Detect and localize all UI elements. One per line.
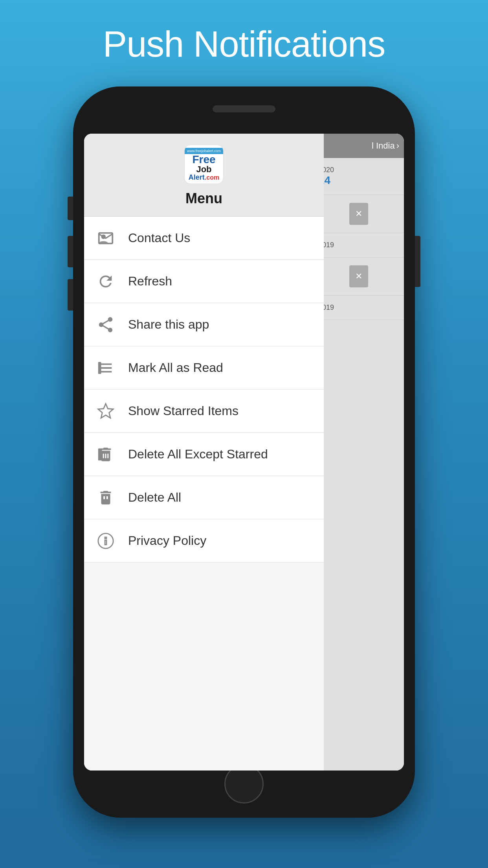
menu-item-show-starred[interactable]: Show Starred Items: [84, 390, 324, 433]
refresh-icon: [95, 271, 116, 292]
phone-button-mute: [68, 197, 73, 220]
share-icon: [95, 314, 116, 335]
delete-box-1: ✕: [349, 203, 368, 225]
mark-read-icon: [95, 357, 116, 379]
chevron-right-icon: ›: [396, 141, 399, 151]
star-icon: [95, 401, 116, 422]
svg-point-0: [101, 234, 106, 239]
phone-button-power: [415, 236, 420, 287]
menu-item-privacy-policy[interactable]: Privacy Policy: [84, 519, 324, 563]
phone-speaker: [213, 105, 275, 112]
menu-item-contact-us[interactable]: Contact Us: [84, 217, 324, 260]
menu-item-delete-all[interactable]: Delete All: [84, 476, 324, 519]
delete-except-icon: [95, 444, 116, 465]
menu-item-refresh[interactable]: Refresh: [84, 260, 324, 303]
app-header-right: l India ›: [314, 134, 404, 158]
show-starred-label: Show Starred Items: [128, 404, 238, 418]
delete-box-2: ✕: [349, 265, 368, 287]
number-1: 24: [318, 174, 399, 187]
app-row-icon-2: ✕: [314, 257, 404, 296]
svg-rect-1: [98, 362, 101, 374]
app-content-right: l India › 2020 24 ✕ 2019 ✕ 2019: [314, 134, 404, 771]
phone-screen: l India › 2020 24 ✕ 2019 ✕ 2019: [84, 134, 404, 771]
menu-overlay: www.freejobalert.com Free Job Alert.com …: [84, 134, 324, 771]
header-text: l India: [372, 141, 395, 151]
refresh-label: Refresh: [128, 274, 172, 289]
phone-frame: l India › 2020 24 ✕ 2019 ✕ 2019: [73, 86, 415, 818]
mark-all-read-label: Mark All as Read: [128, 360, 223, 375]
logo-job: Job: [196, 165, 211, 174]
year-1: 2020: [318, 166, 399, 174]
info-icon: [95, 530, 116, 552]
phone-button-vol-down: [68, 279, 73, 311]
menu-item-mark-all-read[interactable]: Mark All as Read: [84, 346, 324, 390]
phone-button-vol-up: [68, 236, 73, 267]
privacy-policy-label: Privacy Policy: [128, 533, 206, 548]
menu-item-share[interactable]: Share this app: [84, 303, 324, 346]
menu-item-delete-except-starred[interactable]: Delete All Except Starred: [84, 433, 324, 476]
delete-all-label: Delete All: [128, 490, 181, 505]
svg-rect-5: [98, 448, 102, 460]
app-row-icon-1: ✕: [314, 195, 404, 233]
contact-us-label: Contact Us: [128, 231, 190, 245]
logo-inner: www.freejobalert.com Free Job Alert.com: [185, 145, 223, 184]
app-logo: www.freejobalert.com Free Job Alert.com: [184, 145, 224, 184]
menu-header: www.freejobalert.com Free Job Alert.com …: [84, 134, 324, 217]
app-row-3: 2019: [314, 296, 404, 320]
share-label: Share this app: [128, 317, 209, 332]
logo-alert-com: Alert.com: [189, 174, 219, 181]
app-row-2: 2019: [314, 233, 404, 257]
app-row-1: 2020 24: [314, 158, 404, 195]
year-3: 2019: [318, 303, 399, 312]
delete-all-icon: [95, 487, 116, 508]
contact-icon: [95, 228, 116, 249]
delete-except-starred-label: Delete All Except Starred: [128, 447, 268, 462]
menu-title: Menu: [185, 190, 222, 207]
year-2: 2019: [318, 241, 399, 249]
logo-free: Free: [192, 154, 215, 165]
page-title: Push Notifications: [0, 0, 488, 85]
